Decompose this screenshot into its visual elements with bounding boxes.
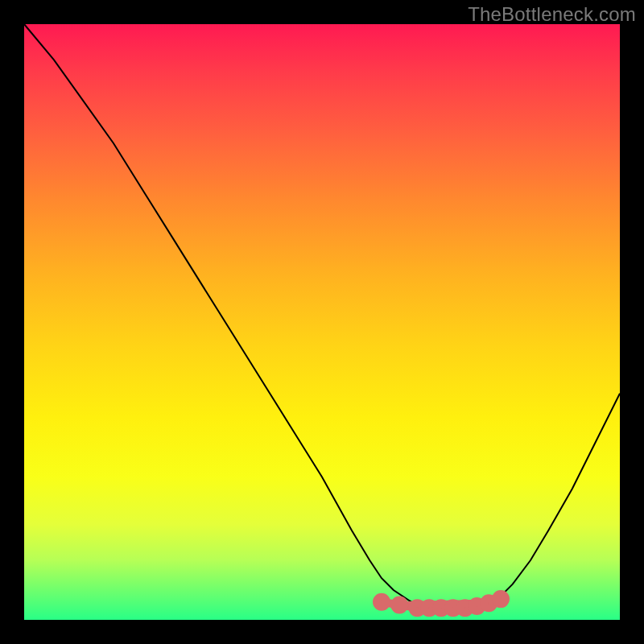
watermark-text: TheBottleneck.com [468,3,636,26]
highlight-beads [377,594,506,613]
bottleneck-curve [24,24,620,608]
svg-point-1 [394,601,404,610]
chart-stage: TheBottleneck.com [0,0,644,644]
svg-point-0 [377,597,386,607]
plot-area [24,24,620,620]
chart-svg [24,24,620,620]
svg-point-9 [496,594,506,604]
